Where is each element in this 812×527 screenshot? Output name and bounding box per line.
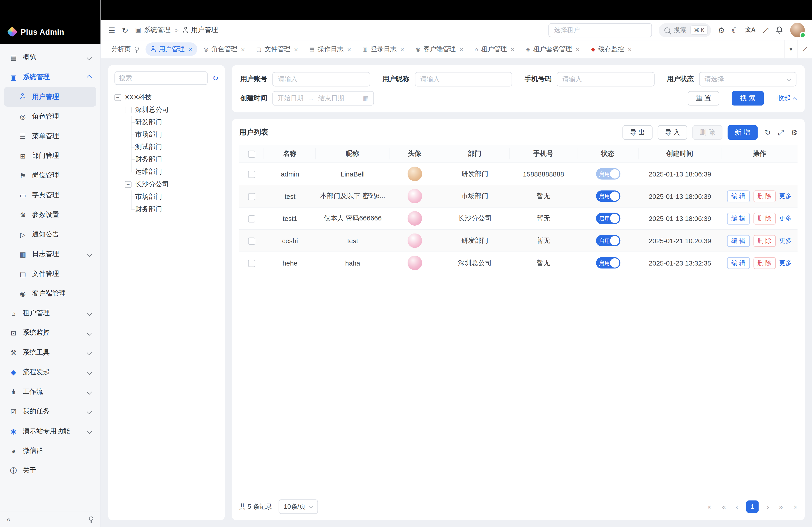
sidebar-item-process-start[interactable]: ◆ 流程发起 (4, 362, 96, 382)
edit-button[interactable]: 编 辑 (727, 257, 750, 269)
tabs-fullscreen-icon[interactable]: ⤢ (797, 40, 812, 58)
tree-node-dept[interactable]: 市场部门 (135, 191, 219, 203)
phone-input[interactable] (557, 72, 654, 86)
sidebar-item-about[interactable]: ⓘ 关于 (4, 461, 96, 480)
status-toggle[interactable]: 启用 (596, 235, 620, 246)
sidebar-item-tenant-management[interactable]: ⌂ 租户管理 (4, 303, 96, 323)
sidebar-item-file-management[interactable]: ▢ 文件管理 (4, 264, 96, 284)
sidebar-collapse-button[interactable]: « (7, 515, 11, 523)
row-checkbox[interactable] (248, 260, 255, 267)
breadcrumb-system-management[interactable]: ▣ 系统管理 (135, 25, 171, 34)
close-icon[interactable]: × (576, 46, 579, 52)
delete-row-button[interactable]: 删 除 (753, 190, 776, 202)
row-checkbox[interactable] (248, 215, 255, 223)
sidebar-item-demo-features[interactable]: ◉ 演示站专用功能 (4, 421, 96, 441)
tree-node-root[interactable]: − XXX科技 (114, 91, 218, 104)
created-date-range[interactable]: 开始日期 → 结束日期 ▦ (273, 91, 374, 105)
row-checkbox[interactable] (248, 237, 255, 244)
sidebar-item-post-management[interactable]: ⚑ 岗位管理 (4, 166, 96, 185)
sidebar-item-wechat-group[interactable]: ◕ 微信群 (4, 441, 96, 461)
tree-node-dept[interactable]: 市场部门 (135, 128, 219, 141)
first-page-button[interactable]: ⇤ (707, 503, 714, 510)
prev-pages-button[interactable]: « (721, 503, 728, 510)
sidebar-item-menu-management[interactable]: ☰ 菜单管理 (4, 126, 96, 146)
user-avatar[interactable] (791, 23, 805, 37)
translate-icon[interactable]: 文A (745, 27, 755, 33)
tree-collapse-icon[interactable]: − (114, 94, 121, 101)
import-button[interactable]: 导 入 (657, 125, 687, 140)
row-checkbox[interactable] (248, 171, 255, 178)
tab-file-management[interactable]: ▢ 文件管理 × (251, 42, 303, 56)
global-search[interactable]: 搜索 ⌘ K (658, 23, 711, 37)
next-page-button[interactable]: › (765, 503, 772, 510)
sidebar-item-dept-management[interactable]: ⊞ 部门管理 (4, 146, 96, 165)
account-input[interactable] (273, 72, 370, 86)
tabs-dropdown-icon[interactable]: ▾ (784, 40, 797, 58)
tree-collapse-icon[interactable]: − (125, 181, 131, 187)
delete-button[interactable]: 删 除 (693, 125, 722, 140)
next-pages-button[interactable]: » (777, 503, 784, 510)
export-button[interactable]: 导 出 (623, 125, 652, 140)
hamburger-icon[interactable]: ☰ (108, 26, 115, 34)
tab-analysis-page[interactable]: 分析页 (106, 42, 144, 56)
table-fullscreen-icon[interactable]: ⤢ (778, 129, 784, 136)
more-button[interactable]: 更多 (779, 257, 792, 269)
pin-icon[interactable] (89, 516, 94, 522)
sidebar-item-user-management[interactable]: 用户管理 (4, 87, 96, 107)
tab-tenant-package-management[interactable]: ◈ 租户套餐管理 × (521, 42, 585, 56)
status-toggle[interactable]: 启用 (596, 168, 620, 180)
edit-button[interactable]: 编 辑 (727, 190, 750, 202)
tree-collapse-icon[interactable]: − (125, 106, 131, 113)
pin-icon[interactable] (134, 46, 139, 52)
delete-row-button[interactable]: 删 除 (753, 235, 776, 246)
sidebar-item-overview[interactable]: ▤ 概览 (4, 48, 96, 67)
tab-user-management[interactable]: 用户管理 × (145, 42, 197, 56)
tenant-select[interactable] (548, 23, 652, 37)
close-icon[interactable]: × (347, 46, 351, 52)
table-settings-icon[interactable]: ⚙ (791, 129, 798, 136)
close-icon[interactable]: × (400, 46, 404, 52)
close-icon[interactable]: × (460, 46, 463, 52)
tree-node-dept[interactable]: 运维部门 (135, 166, 219, 178)
more-button[interactable]: 更多 (779, 235, 792, 246)
tree-node-dept[interactable]: 财务部门 (135, 203, 219, 215)
search-button[interactable]: 搜 索 (732, 91, 764, 105)
status-select[interactable]: 请选择 (699, 72, 796, 86)
sidebar-item-my-tasks[interactable]: ☑ 我的任务 (4, 402, 96, 421)
sidebar-item-system-monitor[interactable]: ⊡ 系统监控 (4, 323, 96, 343)
close-icon[interactable]: × (511, 46, 514, 52)
last-page-button[interactable]: ⇥ (791, 503, 798, 510)
tab-cache-monitor[interactable]: ◆ 缓存监控 × (586, 42, 637, 56)
tree-node-company[interactable]: − 长沙分公司 (125, 178, 219, 191)
sidebar-item-role-management[interactable]: ◎ 角色管理 (4, 107, 96, 126)
status-toggle[interactable]: 启用 (596, 191, 620, 202)
page-1-button[interactable]: 1 (746, 500, 758, 513)
gear-icon[interactable]: ⚙ (718, 26, 725, 34)
more-button[interactable]: 更多 (779, 212, 792, 224)
edit-button[interactable]: 编 辑 (727, 212, 750, 224)
sidebar-item-workflow[interactable]: ⋔ 工作流 (4, 382, 96, 402)
prev-page-button[interactable]: ‹ (733, 503, 740, 510)
nickname-input[interactable] (415, 72, 512, 86)
tab-client-management[interactable]: ◉ 客户端管理 × (410, 42, 468, 56)
sidebar-item-log-management[interactable]: ▥ 日志管理 (4, 244, 96, 264)
page-size-select[interactable]: 10条/页 (278, 499, 318, 514)
tab-operation-log[interactable]: ▤ 操作日志 × (304, 42, 357, 56)
dept-search-input[interactable] (114, 72, 208, 85)
bell-icon[interactable] (775, 26, 784, 34)
more-button[interactable]: 更多 (779, 190, 792, 202)
edit-button[interactable]: 编 辑 (727, 235, 750, 246)
close-icon[interactable]: × (188, 46, 192, 52)
sidebar-item-system-tools[interactable]: ⚒ 系统工具 (4, 343, 96, 362)
collapse-filters-link[interactable]: 收起 (777, 94, 796, 103)
tree-refresh-icon[interactable]: ↻ (213, 75, 219, 82)
tree-node-dept[interactable]: 研发部门 (135, 116, 219, 128)
table-refresh-icon[interactable]: ↻ (765, 129, 771, 136)
sidebar-item-param-settings[interactable]: ☸ 参数设置 (4, 205, 96, 225)
add-button[interactable]: 新 增 (727, 125, 757, 140)
status-toggle[interactable]: 启用 (596, 213, 620, 224)
status-toggle[interactable]: 启用 (596, 257, 620, 269)
close-icon[interactable]: × (294, 46, 298, 52)
sidebar-item-notice[interactable]: ▷ 通知公告 (4, 225, 96, 244)
delete-row-button[interactable]: 删 除 (753, 257, 776, 269)
